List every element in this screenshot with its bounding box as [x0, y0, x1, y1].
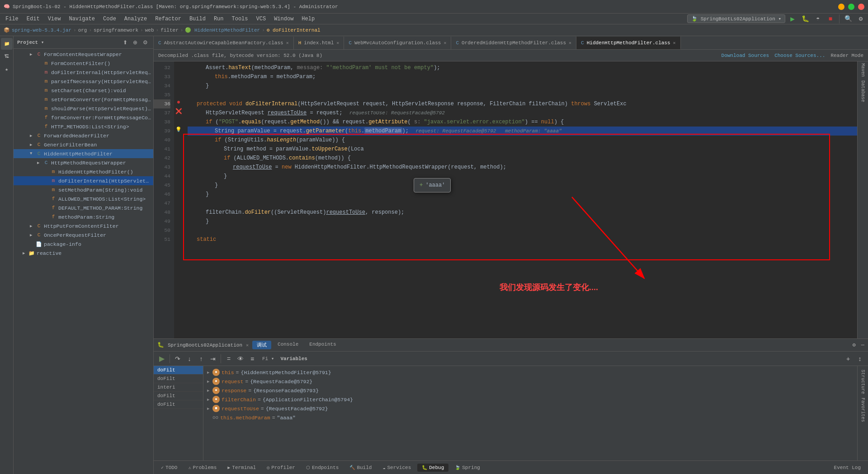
debug-run-button[interactable]: 🐛: [800, 14, 811, 24]
tree-item-do-filter-internal-hidden[interactable]: m doFilterInternal(HttpServletRequest, H…: [14, 176, 153, 185]
var-response[interactable]: ▶ ● response = {ResponseFacade@5793}: [203, 386, 857, 395]
debug-close-icon[interactable]: ✕: [246, 343, 249, 348]
debug-tab-endpoints[interactable]: Endpoints: [305, 341, 340, 349]
tree-item-reactive[interactable]: ▶ 📁 reactive: [14, 249, 153, 258]
menu-help[interactable]: Help: [298, 15, 318, 23]
tree-expand-arrow[interactable]: ▶: [30, 52, 35, 57]
run-to-cursor-button[interactable]: ⇥: [208, 353, 218, 364]
coverage-button[interactable]: ☂: [812, 14, 823, 24]
minimize-button[interactable]: [838, 4, 844, 10]
panel-settings-button[interactable]: ⚙: [141, 38, 150, 47]
tree-item-form-content-filter-ctor[interactable]: m FormContentFilter(): [14, 59, 153, 68]
threads-button[interactable]: ≡: [247, 353, 258, 364]
code-content[interactable]: Assert.hasText(methodParam, message: "'m…: [183, 61, 857, 338]
var-request-to-use[interactable]: ▶ ■ requestToUse = {RequestFacade@5792}: [203, 404, 857, 413]
sort-button[interactable]: ↕: [854, 353, 865, 364]
menu-edit[interactable]: Edit: [23, 15, 43, 23]
structure-tab[interactable]: Structure: [859, 368, 866, 396]
tree-item-parse-if-necessary[interactable]: m parseIfNecessary(HttpServletRequest):M: [14, 77, 153, 86]
tab-close-button[interactable]: ✕: [569, 40, 571, 46]
tree-item-http-put-form[interactable]: ▶ C HttpPutFormContentFilter: [14, 221, 153, 230]
run-button[interactable]: ▶: [787, 14, 798, 24]
resume-button[interactable]: ▶: [156, 353, 167, 364]
expand-icon[interactable]: ▶: [207, 397, 212, 402]
tab-ordered-hidden[interactable]: C OrderedHiddenHttpMethodFilter.class ✕: [451, 37, 576, 49]
bottom-tab-spring[interactable]: 🍃 Spring: [450, 464, 485, 472]
stack-frame-1[interactable]: doFilt: [154, 366, 203, 375]
var-method-param[interactable]: oo this.methodParam = "aaaa": [203, 413, 857, 422]
debug-minimize-button[interactable]: —: [861, 342, 864, 348]
add-button[interactable]: +: [843, 353, 854, 364]
tree-item-do-filter-internal[interactable]: m doFilterInternal(HttpServletRequest, H…: [14, 68, 153, 77]
tree-item-form-converter-field[interactable]: f formConverter:FormHttpMessageConve: [14, 113, 153, 122]
project-tree[interactable]: ▶ C FormContentRequestWrapper m FormCont…: [14, 49, 153, 474]
tree-item-set-form-converter[interactable]: m setFormConverter(FormHttpMessageCo: [14, 95, 153, 104]
evaluate-button[interactable]: =: [223, 353, 234, 364]
menu-refactor[interactable]: Refactor: [151, 15, 185, 23]
stack-frame-4[interactable]: doFilt: [154, 392, 203, 400]
tab-webmvc[interactable]: C WebMvcAutoConfiguration.class ✕: [344, 37, 451, 49]
bottom-tab-build[interactable]: 🔨 Build: [345, 464, 376, 472]
settings-button[interactable]: ⚙: [855, 14, 866, 24]
bottom-tab-todo[interactable]: ✓ TODO: [156, 464, 182, 472]
var-request[interactable]: ▶ ● request = {RequestFacade@5792}: [203, 377, 857, 386]
menu-window[interactable]: Window: [270, 15, 297, 23]
reader-mode-button[interactable]: Reader Mode: [830, 53, 863, 58]
database-tab[interactable]: Database: [859, 79, 866, 104]
expand-icon[interactable]: ▶: [207, 388, 212, 393]
collapse-all-button[interactable]: ⬆: [121, 38, 130, 47]
run-config-selector[interactable]: 🍃 SpringBootLs02Application ▾: [687, 14, 785, 23]
sidebar-bookmarks-icon[interactable]: ★: [1, 63, 13, 75]
menu-run[interactable]: Run: [210, 15, 227, 23]
bottom-tab-endpoints[interactable]: ⬡ Endpoints: [302, 464, 343, 472]
tree-item-forwarded-header-filter[interactable]: ▶ C ForwardedHeaderFilter: [14, 131, 153, 140]
sidebar-structure-icon[interactable]: 🏗: [1, 51, 13, 62]
tab-abstract-autowire[interactable]: C AbstractAutowireCapableBeanFactory.cla…: [154, 37, 294, 49]
menu-vcs[interactable]: VCS: [253, 15, 270, 23]
menu-view[interactable]: View: [44, 15, 65, 23]
sidebar-project-icon[interactable]: 📁: [1, 38, 13, 50]
locate-file-button[interactable]: ⊕: [131, 38, 140, 47]
tree-item-default-method-param[interactable]: f DEFAULT_METHOD_PARAM:String: [14, 203, 153, 212]
breadcrumb-web[interactable]: web: [145, 28, 154, 33]
tree-item-method-param-field[interactable]: f methodParam:String: [14, 212, 153, 221]
tab-close-button[interactable]: ✕: [443, 40, 446, 46]
choose-sources-link[interactable]: Choose Sources...: [774, 53, 825, 58]
expand-icon[interactable]: ▶: [207, 379, 212, 384]
step-into-button[interactable]: ↓: [184, 353, 195, 364]
tree-item-http-method-request-wrapper[interactable]: ▶ C HttpMethodRequestWrapper: [14, 158, 153, 167]
tree-item-http-methods-field[interactable]: f HTTP_METHODS:List<String>: [14, 122, 153, 131]
tree-item-generic-filter-bean[interactable]: ▶ C GenericFilterBean: [14, 140, 153, 149]
tab-close-button[interactable]: ✕: [673, 40, 676, 46]
expand-icon[interactable]: ▶: [207, 406, 212, 411]
tree-item-should-parse[interactable]: m shouldParse(HttpServletRequest):boole: [14, 104, 153, 113]
menu-tools[interactable]: Tools: [228, 15, 252, 23]
watch-button[interactable]: 👁: [235, 353, 246, 364]
breadcrumb-project[interactable]: spring-web-5.3.4.jar: [12, 28, 71, 33]
bottom-tab-services[interactable]: ☁ Services: [378, 464, 415, 472]
var-this[interactable]: ▶ ● this = {HiddenHttpMethodFilter@5791}: [203, 368, 857, 377]
breadcrumb-method[interactable]: ⚙ doFilterInternal: [267, 27, 321, 33]
variables-content[interactable]: ▶ ● this = {HiddenHttpMethodFilter@5791}…: [203, 366, 857, 460]
tab-index-html[interactable]: H index.html ✕: [294, 37, 344, 49]
tab-close-button[interactable]: ✕: [286, 40, 289, 46]
bottom-tab-event-log[interactable]: Event Log: [830, 464, 865, 472]
bottom-tab-profiler[interactable]: ◎ Profiler: [262, 464, 300, 472]
download-sources-link[interactable]: Download Sources: [722, 53, 769, 58]
tab-hidden-http-method-filter[interactable]: C HiddenHttpMethodFilter.class ✕: [576, 37, 680, 49]
tree-item-set-method-param[interactable]: m setMethodParam(String):void: [14, 185, 153, 194]
bottom-tab-debug[interactable]: 🐛 Debug: [417, 464, 448, 472]
debug-tab-diaoshi[interactable]: 调试: [252, 341, 271, 349]
debug-tab-console[interactable]: Console: [273, 341, 303, 349]
menu-code[interactable]: Code: [99, 15, 120, 23]
close-button[interactable]: [858, 4, 864, 10]
stack-frame-5[interactable]: doFilt: [154, 400, 203, 409]
tree-item-allowed-methods[interactable]: f ALLOWED_METHODS:List<String>: [14, 194, 153, 203]
var-filter-chain[interactable]: ▶ ● filterChain = {ApplicationFilterChai…: [203, 395, 857, 404]
breadcrumb-springframework[interactable]: springframework: [94, 28, 138, 33]
maven-tab[interactable]: Maven: [859, 61, 866, 79]
search-button[interactable]: 🔍: [843, 14, 854, 24]
bottom-tab-problems[interactable]: ⚠ Problems: [184, 464, 221, 472]
stop-button[interactable]: ■: [825, 14, 836, 24]
tab-close-button[interactable]: ✕: [336, 40, 339, 46]
